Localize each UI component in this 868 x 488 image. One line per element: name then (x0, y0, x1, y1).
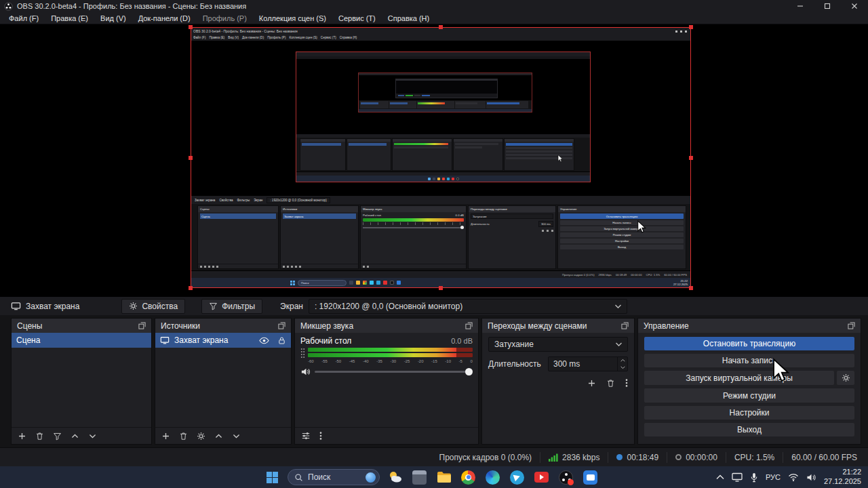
volume-slider-handle[interactable] (465, 368, 473, 375)
tray-mic-icon[interactable] (750, 472, 758, 483)
transform-handle[interactable] (689, 286, 693, 290)
transform-handle[interactable] (439, 25, 443, 29)
transform-handle[interactable] (689, 156, 693, 160)
add-scene-button[interactable] (18, 432, 26, 441)
youtube-icon[interactable] (532, 468, 551, 487)
wifi-icon[interactable] (788, 473, 799, 481)
transition-select[interactable]: Затухание (488, 337, 628, 352)
menu-scene-collection[interactable]: Коллекция сцен (S) (253, 12, 332, 24)
tv-app-icon[interactable] (581, 468, 599, 487)
drag-grip-icon[interactable] (300, 348, 305, 359)
add-source-button[interactable] (161, 432, 170, 441)
scene-up-button[interactable] (71, 432, 79, 441)
obs-taskbar-icon[interactable] (557, 468, 575, 487)
tray-expand-icon[interactable] (716, 474, 724, 480)
transform-handle[interactable] (439, 286, 443, 290)
virtual-camera-button[interactable]: Запуск виртуальной камеры (644, 371, 834, 385)
scene-down-button[interactable] (88, 432, 97, 441)
record-indicator-icon (675, 454, 682, 460)
popout-icon[interactable] (138, 322, 146, 329)
volume-icon[interactable] (806, 473, 816, 482)
display-capture-icon (160, 336, 170, 345)
scenes-list: Сцена (12, 333, 151, 427)
minimize-button[interactable] (787, 0, 814, 12)
close-button[interactable] (841, 0, 868, 12)
studio-mode-button[interactable]: Режим студии (644, 388, 854, 402)
settings-button[interactable]: Настройки (644, 406, 854, 420)
remove-source-button[interactable] (179, 432, 188, 441)
remove-transition-button[interactable] (606, 379, 615, 388)
source-item[interactable]: Захват экрана (155, 333, 291, 348)
sources-list: Захват экрана (155, 333, 291, 427)
status-bar: Пропуск кадров 0 (0.0%) 2836 kbps 00:18:… (0, 447, 868, 466)
taskbar-clock[interactable]: 21:22 27.12.2025 (824, 468, 861, 487)
controls-dock: Управление Остановить трансляцию Начать … (637, 318, 861, 445)
channel-name: Рабочий стол (300, 336, 351, 346)
menu-file[interactable]: Файл (F) (3, 12, 45, 24)
edge-icon[interactable] (484, 468, 502, 487)
stop-streaming-button[interactable]: Остановить трансляцию (644, 337, 854, 350)
preview-canvas[interactable]: OBS 30.2.0-beta4 - Профиль: Без названия… (191, 27, 691, 288)
popout-icon[interactable] (848, 322, 855, 329)
tray-display-icon[interactable] (732, 472, 743, 482)
menu-view[interactable]: Вид (V) (94, 12, 132, 24)
speaker-icon[interactable] (300, 367, 311, 377)
spin-down-icon[interactable] (618, 364, 627, 371)
window-controls (787, 0, 868, 12)
mock-screen-value: : 1920x1200 @ 0,0 (Основной монитор) (267, 197, 330, 203)
menu-help[interactable]: Справка (H) (382, 12, 435, 24)
menu-docks[interactable]: Док-панели (D) (132, 12, 197, 24)
mock-sources-dock: Источники Захват экрана (280, 205, 359, 269)
scene-item[interactable]: Сцена (12, 333, 151, 348)
exit-button[interactable]: Выход (644, 423, 854, 436)
screen-select[interactable]: : 1920x1200 @ 0,0 (Основной монитор) (309, 299, 627, 314)
mock-menu-bar: Файл (F) Правка (E) Вид (V) Док-панели (… (191, 35, 690, 41)
source-up-button[interactable] (214, 432, 223, 441)
clock-time: 21:22 (842, 468, 861, 477)
scenes-toolbar (12, 427, 151, 444)
file-explorer-icon[interactable] (435, 468, 453, 487)
duration-spinbox[interactable]: 300 ms (548, 357, 628, 371)
telegram-icon[interactable] (508, 468, 526, 487)
lock-icon[interactable] (277, 336, 286, 345)
transform-handle[interactable] (189, 286, 193, 290)
language-indicator[interactable]: РУС (766, 473, 781, 481)
start-recording-button[interactable]: Начать запись (644, 354, 854, 367)
popout-icon[interactable] (621, 322, 629, 329)
properties-button[interactable]: Свойства (121, 299, 185, 314)
transition-menu-dots-icon[interactable] (625, 378, 628, 388)
volume-slider[interactable] (315, 371, 473, 373)
transform-handle[interactable] (189, 156, 193, 160)
selected-source: Захват экрана (11, 301, 79, 311)
mixer-toolbar (295, 427, 478, 444)
mock-window-buttons (675, 30, 688, 33)
menu-edit[interactable]: Правка (E) (45, 12, 94, 24)
mixer-channel: Рабочий стол 0.0 dB -60-55-50-45-40-35-3… (295, 333, 478, 427)
mock-properties: Свойства (219, 199, 233, 202)
scenes-dock: Сцены Сцена (11, 318, 152, 445)
remove-scene-button[interactable] (35, 432, 44, 441)
maximize-button[interactable] (814, 0, 841, 12)
weather-widget[interactable] (386, 468, 404, 487)
transitions-dock: Переходы между сценами Затухание Длитель… (481, 318, 635, 445)
popout-icon[interactable] (278, 322, 285, 329)
source-down-button[interactable] (232, 432, 241, 441)
app-window-icon[interactable] (410, 468, 429, 487)
taskbar-search[interactable]: Поиск (288, 469, 380, 485)
start-button[interactable] (263, 468, 281, 487)
mixer-menu-dots-icon[interactable] (319, 431, 322, 441)
transform-handle[interactable] (689, 25, 693, 29)
spin-up-icon[interactable] (618, 357, 627, 364)
menu-profile[interactable]: Профиль (P) (197, 12, 253, 24)
transform-handle[interactable] (189, 25, 193, 29)
visibility-eye-icon[interactable] (259, 336, 269, 346)
add-transition-button[interactable] (587, 379, 596, 388)
advanced-audio-icon[interactable] (301, 431, 311, 441)
virtual-camera-config-button[interactable] (837, 371, 854, 385)
source-properties-button[interactable] (197, 432, 205, 441)
popout-icon[interactable] (465, 322, 473, 329)
chrome-icon[interactable] (459, 468, 477, 487)
scene-filters-button[interactable] (53, 432, 62, 441)
filters-button[interactable]: Фильтры (201, 299, 262, 314)
menu-tools[interactable]: Сервис (T) (332, 12, 382, 24)
